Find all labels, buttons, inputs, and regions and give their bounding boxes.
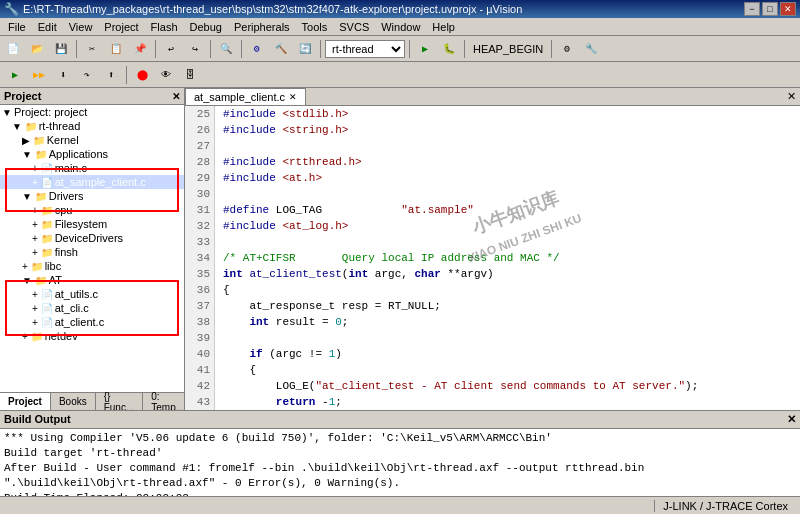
panel-tab-books[interactable]: Books: [51, 393, 96, 410]
title-bar: 🔧 E:\RT-Thread\my_packages\rt-thread_use…: [0, 0, 800, 18]
menu-debug[interactable]: Debug: [184, 20, 228, 34]
find-btn[interactable]: 🔍: [215, 39, 237, 59]
save-btn[interactable]: 💾: [50, 39, 72, 59]
step-over-btn[interactable]: ↷: [76, 65, 98, 85]
sep6: [409, 40, 410, 58]
copy-btn[interactable]: 📋: [105, 39, 127, 59]
file-icon: + 📄: [32, 289, 53, 300]
tree-item-at-cli[interactable]: + 📄 at_cli.c: [0, 301, 184, 315]
folder-icon: + 📁: [32, 233, 53, 244]
tree-item-drivers[interactable]: ▼ 📁 Drivers: [0, 189, 184, 203]
cut-btn[interactable]: ✂: [81, 39, 103, 59]
tree-item-netdev[interactable]: + 📁 netdev: [0, 329, 184, 343]
redo-btn[interactable]: ↪: [184, 39, 206, 59]
breakpoint-btn[interactable]: ⬤: [131, 65, 153, 85]
new-file-btn[interactable]: 📄: [2, 39, 24, 59]
tree-item-rt-thread[interactable]: ▼ 📁 rt-thread: [0, 119, 184, 133]
folder-icon: + 📁: [32, 205, 53, 216]
step-in-btn[interactable]: ⬇: [52, 65, 74, 85]
undo-btn[interactable]: ↩: [160, 39, 182, 59]
sep7: [464, 40, 465, 58]
tab-close-btn[interactable]: ✕: [289, 92, 297, 102]
setup-btn[interactable]: ⚙: [556, 39, 578, 59]
tree-item-applications[interactable]: ▼ 📁 Applications: [0, 147, 184, 161]
tree-item-at-client[interactable]: + 📄 at_client.c: [0, 315, 184, 329]
tree-item-devicedrivers[interactable]: + 📁 DeviceDrivers: [0, 231, 184, 245]
code-editor: at_sample_client.c ✕ ✕ 25262728 29303132…: [185, 88, 800, 410]
open-btn[interactable]: 📂: [26, 39, 48, 59]
file-icon: + 📄: [32, 177, 53, 188]
tree-item-label: AT: [49, 274, 62, 286]
menu-project[interactable]: Project: [98, 20, 144, 34]
file-icon: + 📄: [32, 317, 53, 328]
menu-peripherals[interactable]: Peripherals: [228, 20, 296, 34]
code-text[interactable]: #include <stdlib.h> #include <string.h> …: [215, 106, 800, 410]
app-icon: 🔧: [4, 2, 19, 16]
editor-tab-at-sample[interactable]: at_sample_client.c ✕: [185, 88, 306, 105]
tree-item-at[interactable]: ▼ 📁 AT: [0, 273, 184, 287]
menu-tools[interactable]: Tools: [296, 20, 334, 34]
debug-btn[interactable]: 🐛: [438, 39, 460, 59]
build-btn[interactable]: ⚙: [246, 39, 268, 59]
close-button[interactable]: ✕: [780, 2, 796, 16]
build-all-btn[interactable]: 🔨: [270, 39, 292, 59]
target-select[interactable]: rt-thread: [325, 40, 405, 58]
tree-item-filesystem[interactable]: + 📁 Filesystem: [0, 217, 184, 231]
project-panel-close[interactable]: ✕: [172, 91, 180, 102]
watch-btn[interactable]: 👁: [155, 65, 177, 85]
tree-item-main[interactable]: + 📄 main.c: [0, 161, 184, 175]
folder-icon: ▼ 📁: [22, 149, 47, 160]
menu-edit[interactable]: Edit: [32, 20, 63, 34]
folder-icon: + 📁: [32, 247, 53, 258]
build-line-4: ".\build\keil\Obj\rt-thread.axf" - 0 Err…: [4, 476, 796, 491]
tree-item-label: Applications: [49, 148, 108, 160]
editor-tab-bar: at_sample_client.c ✕ ✕: [185, 88, 800, 106]
code-content[interactable]: 25262728 29303132 33343536 37383940 4142…: [185, 106, 800, 410]
maximize-button[interactable]: □: [762, 2, 778, 16]
file-icon: + 📄: [32, 163, 53, 174]
tree-item-label: libc: [45, 260, 62, 272]
tree-item-finsh[interactable]: + 📁 finsh: [0, 245, 184, 259]
tab-filename: at_sample_client.c: [194, 91, 285, 103]
folder-icon: + 📁: [32, 219, 53, 230]
tree-item-cpu[interactable]: + 📁 cpu: [0, 203, 184, 217]
tree-item-kernel[interactable]: ▶ 📁 Kernel: [0, 133, 184, 147]
tree-item-libc[interactable]: + 📁 libc: [0, 259, 184, 273]
download-btn[interactable]: ▶: [414, 39, 436, 59]
build-line-2: Build target 'rt-thread': [4, 446, 796, 461]
tree-item-label: at_client.c: [55, 316, 105, 328]
build-line-3: After Build - User command #1: fromelf -…: [4, 461, 796, 476]
stop-btn[interactable]: ▶▶: [28, 65, 50, 85]
tree-item-label: at_sample_client.c: [55, 176, 146, 188]
panel-tab-func[interactable]: {} Func...: [96, 393, 144, 410]
menu-window[interactable]: Window: [375, 20, 426, 34]
editor-panel-close[interactable]: ✕: [783, 88, 800, 105]
menu-flash[interactable]: Flash: [145, 20, 184, 34]
run-btn[interactable]: ▶: [4, 65, 26, 85]
panel-tab-project[interactable]: Project: [0, 393, 51, 410]
paste-btn[interactable]: 📌: [129, 39, 151, 59]
tree-item-at-sample-client[interactable]: + 📄 at_sample_client.c: [0, 175, 184, 189]
menu-svcs[interactable]: SVCS: [333, 20, 375, 34]
folder-icon: + 📁: [22, 331, 43, 342]
tree-item-at-utils[interactable]: + 📄 at_utils.c: [0, 287, 184, 301]
sep1: [76, 40, 77, 58]
minimize-button[interactable]: −: [744, 2, 760, 16]
tree-item-project[interactable]: ▼ Project: project: [0, 105, 184, 119]
sep2: [155, 40, 156, 58]
project-panel-header: Project ✕: [0, 88, 184, 105]
menu-view[interactable]: View: [63, 20, 99, 34]
build-panel-close[interactable]: ✕: [787, 413, 796, 426]
panel-tab-temp[interactable]: 0: Temp...: [143, 393, 185, 410]
build-output-title: Build Output: [4, 413, 71, 426]
tree-item-label: Kernel: [47, 134, 79, 146]
status-jlink: J-LINK / J-TRACE Cortex: [654, 500, 796, 512]
step-out-btn[interactable]: ⬆: [100, 65, 122, 85]
rebuild-btn[interactable]: 🔄: [294, 39, 316, 59]
tree-item-label: Project: project: [14, 106, 87, 118]
menu-file[interactable]: File: [2, 20, 32, 34]
wizard-btn[interactable]: 🔧: [580, 39, 602, 59]
menu-help[interactable]: Help: [426, 20, 461, 34]
title-bar-controls: − □ ✕: [744, 2, 796, 16]
memory-btn[interactable]: 🗄: [179, 65, 201, 85]
